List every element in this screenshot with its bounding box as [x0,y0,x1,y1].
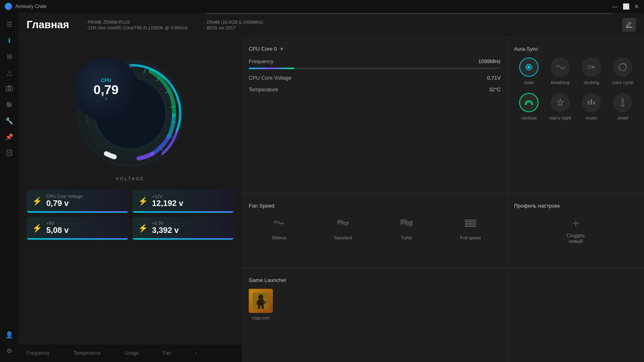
aura-item-color-cycle[interactable]: color cycle [608,58,638,85]
voltage-name-5v: +5V [46,221,69,226]
svg-point-6 [9,104,11,105]
create-new-label: Создать новый [567,233,585,244]
fan-item-standard[interactable]: Standard [313,217,374,240]
cpu-label: - 11th Gen Intel(R) Core(TM) i5-11600K @… [85,25,188,30]
maximize-button[interactable]: ⬜ [623,3,630,10]
sidebar-item-menu[interactable]: ☰ [2,17,17,31]
color-cycle-label: color cycle [612,80,633,85]
tab-temperature[interactable]: Temperature [74,350,101,356]
cpu-dropdown-arrow[interactable]: ▼ [279,46,284,52]
svg-rect-42 [258,299,264,306]
lightning-icon-3v: ⚡ [138,223,148,233]
sidebar-item-info[interactable]: ℹ [2,33,17,47]
sidebar-item-pin[interactable]: 📌 [2,130,17,144]
profile-add-button[interactable]: + Создать новый [514,214,638,247]
frequency-value: 1099MHz [478,58,501,64]
svg-point-7 [8,105,9,107]
svg-rect-47 [263,302,268,303]
sidebar: ☰ ℹ ⊞ △ 🔧 📌 👤 ⚙ [0,13,19,362]
voltage-val-12v: 12,192 v [152,199,184,208]
voltage-val-cpu: 0,79 v [46,199,83,208]
svg-rect-0 [6,86,12,91]
sidebar-item-clipboard[interactable] [2,146,17,160]
breathing-icon [551,58,570,77]
sidebar-item-user[interactable]: 👤 [2,327,17,342]
starry-night-icon [551,93,570,112]
temp-value: 32°C [489,86,501,93]
sidebar-item-triangle[interactable]: △ [2,65,17,80]
aura-item-music[interactable]: music [577,93,607,120]
sidebar-item-wrench[interactable]: 🔧 [2,113,17,128]
header: Главная - PRIME Z590M-PLUS - 11th Gen In… [19,13,644,37]
voltage-label: CPU Core Voltage [249,75,291,81]
static-label: static [524,80,534,85]
game-item-csgo[interactable]: csgo.exe [249,289,273,320]
aura-item-rainbow[interactable]: rainbow [514,93,544,120]
svg-rect-31 [593,101,595,105]
svg-rect-11 [626,27,632,28]
fan-item-turbo[interactable]: Turbo [376,217,437,240]
svg-rect-29 [588,101,589,105]
svg-rect-45 [258,306,260,309]
motherboard-label: - PRIME Z590M-PLUS [85,20,188,25]
aura-item-breathing[interactable]: breathing [545,58,575,85]
game-list: csgo.exe [249,289,501,320]
voltage-card-3v: ⚡ +3.3V 3,392 v [132,217,234,240]
aura-grid: static breathing [514,58,638,120]
fan-item-fullspeed[interactable]: Full speed [440,217,501,240]
sidebar-item-sliders[interactable] [2,97,17,112]
svg-rect-8 [7,150,12,156]
gauge-sublabel: VOLTAGE [116,176,144,181]
tab-fan[interactable]: Fan [163,350,171,356]
sidebar-item-settings[interactable]: ⚙ [2,343,17,358]
aura-item-static[interactable]: static [514,58,544,85]
fan-item-silence[interactable]: Silence [249,217,310,240]
edit-button[interactable] [622,18,636,32]
svg-rect-32 [622,98,623,102]
content-area: CPU 0,79 v VOLTAGE ⚡ CPU Core Voltage 0,… [19,37,644,362]
left-panel: CPU 0,79 v VOLTAGE ⚡ CPU Core Voltage 0,… [19,37,242,362]
gauge-unit: v [105,96,107,101]
aura-item-starry-night[interactable]: starry night [545,93,575,120]
cpu-dropdown[interactable]: CPU Core 0 ▼ [249,46,501,52]
svg-point-26 [588,66,591,69]
sidebar-item-grid[interactable]: ⊞ [2,49,17,64]
cpu-row-temp: Temperature 32°C [249,86,501,93]
color-cycle-icon [613,58,632,77]
sidebar-item-camera[interactable] [2,81,17,96]
titlebar-left: Armoury Crate [5,3,47,10]
starry-night-label: starry night [549,115,571,120]
csgo-label: csgo.exe [252,315,270,320]
right-content: CPU Core 0 ▼ Frequency 1099MHz CPU Core … [242,37,644,362]
lightning-icon-12v: ⚡ [138,196,148,206]
voltage-name-cpu: CPU Core Voltage [46,194,83,199]
cpu-bar-fill [249,68,294,69]
lightning-icon-5v: ⚡ [32,223,42,233]
svg-point-27 [592,66,594,68]
aura-item-smart[interactable]: smart [608,93,638,120]
plus-icon: + [572,217,580,230]
game-launcher-panel: Game Launcher [242,268,507,362]
cpu-panel-title: CPU Core 0 [249,46,277,52]
bios-label: - BIOS ver.1017 [204,25,263,30]
voltage-card-12v: ⚡ +12V 12,192 v [132,190,234,213]
close-button[interactable]: ✕ [634,3,639,10]
titlebar-controls[interactable]: — ⬜ ✕ [612,3,639,10]
tab-usage[interactable]: Usage [125,350,139,356]
gauge-inner: CPU 0,79 v [74,57,138,121]
tab-frequency[interactable]: Frequency [27,350,50,356]
minimize-button[interactable]: — [612,3,618,10]
aura-item-strobing[interactable]: strobing [577,58,607,85]
voltage-name-12v: +12V [152,194,184,199]
tab-more[interactable]: › [195,350,197,356]
svg-point-1 [8,88,10,90]
silence-icon [272,217,285,232]
music-icon [582,93,601,112]
strobing-icon [582,58,601,77]
svg-rect-43 [257,301,259,305]
turbo-label: Turbo [401,235,412,240]
smart-label: smart [617,115,628,120]
smart-icon [613,93,632,112]
cpu-panel: CPU Core 0 ▼ Frequency 1099MHz CPU Core … [242,37,507,193]
svg-point-41 [258,294,263,299]
